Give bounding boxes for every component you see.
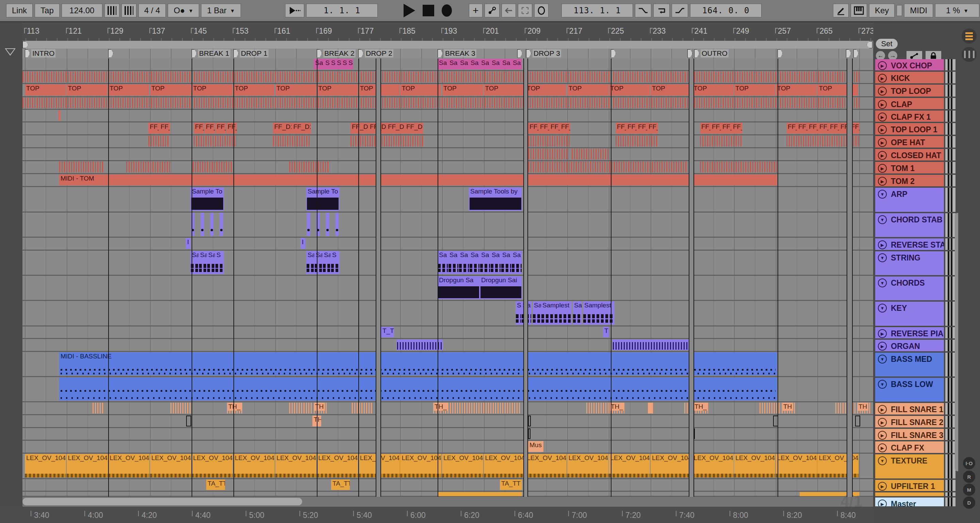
- clip[interactable]: [289, 162, 330, 173]
- track-header-string[interactable]: ▼STRING: [875, 250, 958, 276]
- play-triangle-icon[interactable]: ▶: [878, 329, 887, 338]
- loop-switch-button[interactable]: [534, 4, 549, 17]
- clip[interactable]: Sa: [199, 251, 207, 274]
- clip[interactable]: [700, 136, 742, 147]
- track-name-box[interactable]: ▶CLAP FX: [875, 441, 944, 453]
- clip[interactable]: [289, 403, 312, 414]
- clip[interactable]: TOP: [734, 84, 775, 95]
- clip[interactable]: TOP: [192, 84, 232, 95]
- hamburger-menu-icon[interactable]: [962, 29, 977, 44]
- track-lane-arp[interactable]: Sample ToSample ToSample Tools by: [22, 187, 873, 212]
- track-name-box[interactable]: ▶FILL SNARE 2: [875, 416, 944, 428]
- clip[interactable]: TOP: [67, 84, 108, 95]
- clip[interactable]: Sa: [511, 251, 522, 274]
- clip[interactable]: Samplest: [541, 301, 572, 325]
- locator-row[interactable]: INTROBREAK 1DROP 1BREAK 2DROP 2BREAK 3DR…: [22, 49, 873, 59]
- clip[interactable]: Sample To: [306, 187, 339, 211]
- clip[interactable]: FF_D1: [786, 123, 797, 134]
- locator-marker[interactable]: INTRO: [25, 49, 56, 58]
- clip[interactable]: TA_TT: [206, 479, 225, 490]
- set-locator-button[interactable]: Set: [876, 39, 898, 49]
- clip[interactable]: FF_D1: [539, 123, 549, 134]
- clip[interactable]: Sa: [469, 251, 480, 274]
- clip[interactable]: [648, 403, 653, 414]
- play-triangle-icon[interactable]: ▶: [878, 405, 887, 414]
- track-name-box[interactable]: ▶VOX CHOP: [875, 59, 944, 70]
- clip[interactable]: TOP: [609, 84, 649, 95]
- clip[interactable]: Sa: [480, 251, 490, 274]
- clip[interactable]: TOP: [776, 84, 817, 95]
- track-header-clap-fx[interactable]: ▶CLAP FX: [875, 441, 958, 453]
- track-name-box[interactable]: ▼CHORD STAB: [875, 213, 944, 237]
- clip[interactable]: LEX_OV_104: [67, 454, 108, 477]
- track-lane-top-loop[interactable]: TOPTOPTOPTOPTOPTOPTOPTOPTOPTOPTOPTOPTOPT…: [22, 84, 873, 97]
- play-triangle-icon[interactable]: ▶: [878, 342, 887, 350]
- clip[interactable]: T_TS: [381, 327, 394, 338]
- clip[interactable]: [201, 213, 204, 236]
- clip[interactable]: [528, 136, 570, 147]
- clip[interactable]: S: [515, 301, 521, 325]
- track-name-box[interactable]: ▶CLOSED HAT 1: [875, 149, 944, 160]
- clip[interactable]: [397, 339, 443, 350]
- clip[interactable]: [194, 136, 237, 147]
- locator-marker[interactable]: [108, 49, 113, 58]
- clip[interactable]: FF_D1: [215, 123, 226, 134]
- delay-section-toggle[interactable]: D: [963, 496, 975, 509]
- clip[interactable]: [528, 149, 569, 160]
- clip[interactable]: Sa: [480, 59, 490, 70]
- clip[interactable]: TOP: [150, 84, 191, 95]
- loop-button[interactable]: [653, 4, 670, 17]
- clip[interactable]: Sample Tools by: [469, 187, 522, 211]
- chevron-down-icon[interactable]: ▼: [878, 215, 887, 224]
- clip[interactable]: FF_D1: [528, 123, 539, 134]
- clip[interactable]: LEX_OV_104: [234, 454, 275, 477]
- tempo-field[interactable]: 124.00: [62, 4, 102, 17]
- follow-button[interactable]: [285, 4, 304, 17]
- track-name-box[interactable]: ▼ARP: [875, 188, 944, 212]
- chevron-down-icon[interactable]: ▼: [878, 380, 887, 389]
- track-name-box[interactable]: ▼BASS LOW: [875, 378, 944, 402]
- track-name-box[interactable]: ▼BASS MED: [875, 353, 944, 376]
- clip[interactable]: Sa: [306, 251, 314, 274]
- clip[interactable]: LEX_OV_104: [484, 454, 525, 477]
- clip[interactable]: FF_D1: [797, 123, 808, 134]
- track-lane-reverse-stab[interactable]: II: [22, 238, 873, 250]
- clip[interactable]: TOP: [275, 84, 316, 95]
- locator-marker[interactable]: OUTRO: [694, 49, 729, 58]
- chevron-down-icon[interactable]: ▼: [878, 304, 887, 312]
- clip[interactable]: [352, 403, 373, 414]
- clip[interactable]: [59, 162, 105, 173]
- locator-marker[interactable]: BREAK 2: [317, 49, 356, 58]
- clip[interactable]: [528, 415, 531, 426]
- locator-marker[interactable]: DROP 3: [526, 49, 561, 58]
- clip[interactable]: FF_D1: [721, 123, 732, 134]
- locator-marker[interactable]: BREAK 3: [438, 49, 476, 58]
- clip[interactable]: FF_D1: [732, 123, 742, 134]
- track-header-fill-snare-1[interactable]: ▶FILL SNARE 1: [875, 402, 958, 415]
- locator-marker[interactable]: [687, 49, 692, 58]
- clip[interactable]: FF_D1: [647, 123, 658, 134]
- track-lane-chord-stab[interactable]: [22, 212, 873, 238]
- play-triangle-icon[interactable]: ▶: [878, 87, 887, 95]
- track-header-upfilter-1[interactable]: ▶UPFILTER 1: [875, 479, 958, 492]
- play-triangle-icon[interactable]: ▶: [878, 177, 887, 185]
- clip[interactable]: [148, 136, 170, 147]
- metronome-bars-icon[interactable]: [105, 4, 119, 17]
- play-triangle-icon[interactable]: ▶: [878, 482, 887, 491]
- chevron-down-icon[interactable]: ▼: [878, 456, 887, 465]
- track-header-tom-1[interactable]: ▶TOM 1: [875, 161, 958, 174]
- clip[interactable]: FF_D1: [711, 123, 721, 134]
- track-name-box[interactable]: ▼TEXTURE: [875, 454, 944, 479]
- mixer-section-toggle[interactable]: M: [963, 483, 975, 496]
- clip[interactable]: Sa: [490, 59, 501, 70]
- track-header-fill-snare-3[interactable]: ▶FILL SNARE 3: [875, 428, 958, 441]
- clip[interactable]: [22, 71, 859, 82]
- track-header-top-loop[interactable]: ▶TOP LOOP: [875, 84, 958, 97]
- chevron-down-icon[interactable]: ▼: [878, 254, 887, 262]
- play-triangle-icon[interactable]: ▶: [878, 431, 887, 440]
- clip[interactable]: [170, 403, 191, 414]
- track-header-master[interactable]: ▶Master: [875, 497, 958, 507]
- track-lane-upfilter-1[interactable]: TA_TTTA_TTTA_TT: [22, 479, 873, 492]
- clip[interactable]: FF_D1: [808, 123, 818, 134]
- clip[interactable]: S: [330, 59, 336, 70]
